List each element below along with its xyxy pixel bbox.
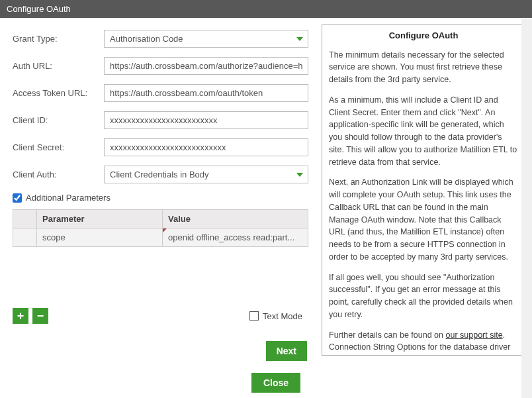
- close-button[interactable]: Close: [251, 373, 300, 393]
- cell-parameter[interactable]: scope: [37, 228, 163, 246]
- additional-params-checkbox[interactable]: [13, 193, 22, 203]
- help-text: Further details can be found on our supp…: [329, 329, 518, 356]
- params-table: Parameter Value scope openid offline_acc…: [13, 209, 308, 247]
- help-title: Configure OAuth: [329, 29, 518, 42]
- add-button[interactable]: +: [13, 308, 28, 324]
- cell-value[interactable]: openid offline_access read:part...: [163, 228, 308, 246]
- support-site-link[interactable]: our support site: [446, 330, 503, 340]
- client-secret-input[interactable]: [104, 138, 308, 156]
- table-header: Parameter Value: [13, 210, 308, 228]
- grant-type-label: Grant Type:: [13, 34, 104, 44]
- header-parameter: Parameter: [37, 210, 163, 228]
- auth-url-input[interactable]: [104, 57, 308, 75]
- client-id-label: Client ID:: [13, 115, 104, 125]
- access-token-url-label: Access Token URL:: [13, 88, 104, 98]
- next-button[interactable]: Next: [266, 341, 307, 361]
- help-panel: Configure OAuth The minimum details nece…: [322, 25, 525, 356]
- client-id-input[interactable]: [104, 111, 308, 129]
- scrollbar[interactable]: [521, 19, 532, 398]
- form-panel: Grant Type: Auth URL: Access Token URL: …: [0, 18, 318, 387]
- auth-url-label: Auth URL:: [13, 61, 104, 71]
- grant-type-select[interactable]: [104, 30, 308, 48]
- client-secret-label: Client Secret:: [13, 142, 104, 152]
- remove-button[interactable]: −: [32, 308, 48, 324]
- client-auth-select[interactable]: [104, 166, 308, 183]
- client-auth-label: Client Auth:: [13, 170, 104, 179]
- help-text: As a minimum, this will include a Client…: [329, 94, 518, 169]
- help-text: If all goes well, you should see "Author…: [329, 272, 518, 321]
- text-mode-label: Text Mode: [263, 311, 302, 321]
- client-auth-value[interactable]: [104, 166, 308, 183]
- additional-params-label: Additional Parameters: [26, 193, 111, 203]
- header-value: Value: [163, 210, 308, 228]
- table-row[interactable]: scope openid offline_access read:part...: [13, 228, 308, 246]
- help-text: Next, an Authorization Link will be disp…: [329, 176, 518, 263]
- access-token-url-input[interactable]: [104, 84, 308, 102]
- text-mode-checkbox[interactable]: [249, 311, 259, 321]
- help-text: The minimum details necessary for the se…: [329, 49, 518, 86]
- grant-type-value[interactable]: [104, 30, 308, 48]
- window-title: Configure OAuth: [0, 0, 532, 18]
- edit-marker-icon: [163, 228, 167, 232]
- text-mode-toggle[interactable]: Text Mode: [249, 311, 302, 321]
